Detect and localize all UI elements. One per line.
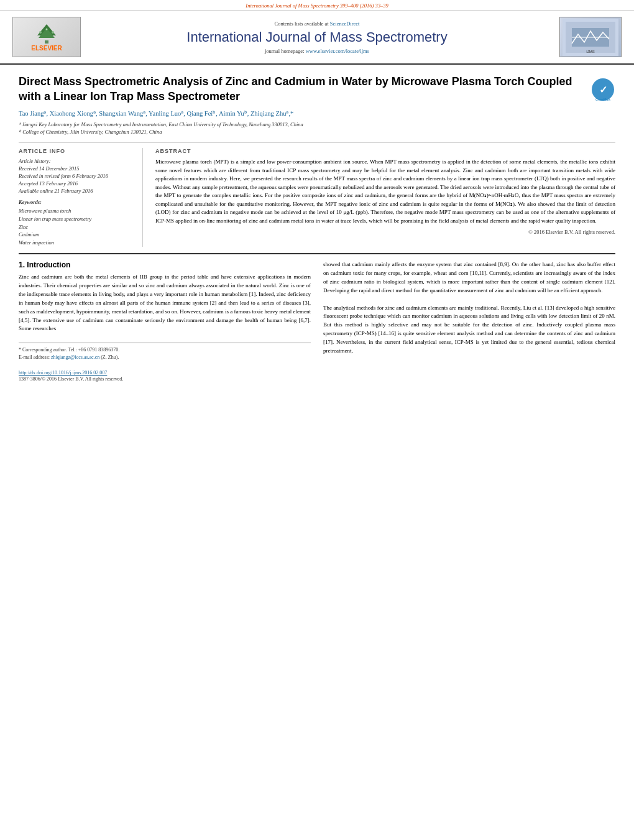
authors-line: Tao Jiangᵃ, Xiaohong Xiongᵃ, Shangxian W…: [19, 109, 615, 119]
svg-text:CrossMark: CrossMark: [595, 98, 611, 101]
keyword-2: Linear ion trap mass spectrometry: [19, 215, 133, 223]
journal-title: International Journal of Mass Spectromet…: [87, 29, 547, 45]
journal-logo-image: IJMS: [559, 17, 622, 57]
svg-rect-0: [45, 40, 48, 44]
elsevier-logo: ELSEVIER: [12, 17, 81, 57]
footnote-star: * Corresponding author. Tel.: +86 0791 8…: [19, 346, 311, 354]
article-title: Direct Mass Spectrometric Analysis of Zi…: [19, 74, 584, 104]
divider-1: [19, 142, 615, 143]
received-date: Received 14 December 2015: [19, 165, 133, 172]
svg-text:IJMS: IJMS: [586, 50, 595, 53]
article-info-heading: ARTICLE INFO: [19, 148, 133, 154]
svg-point-4: [52, 31, 54, 34]
footnote-email-link[interactable]: zhiqiangz@iccs.as.ac.cn: [51, 354, 99, 360]
affiliation-a: ᵃ Jiangxi Key Laboratory for Mass Spectr…: [19, 121, 615, 129]
doi-link[interactable]: http://dx.doi.org/10.1016/j.ijms.2016.02…: [19, 370, 107, 376]
bottom-divider: [19, 253, 615, 254]
keyword-4: Cadmium: [19, 231, 133, 239]
intro-right-column: showed that cadmium mainly affects the e…: [323, 261, 615, 384]
keyword-5: Water inspection: [19, 239, 133, 247]
intro-right-text: showed that cadmium mainly affects the e…: [323, 261, 615, 356]
introduction-section: 1. Introduction Zinc and cadmium are bot…: [19, 261, 615, 384]
affiliations: ᵃ Jiangxi Key Laboratory for Mass Spectr…: [19, 121, 615, 136]
header-section: ELSEVIER Contents lists available at Sci…: [0, 11, 634, 65]
footnote-area: * Corresponding author. Tel.: +86 0791 8…: [19, 343, 311, 383]
copyright-line: © 2016 Elsevier B.V. All rights reserved…: [155, 229, 615, 235]
svg-text:✓: ✓: [599, 85, 607, 95]
accepted-date: Accepted 13 February 2016: [19, 180, 133, 187]
available-online-date: Available online 21 February 2016: [19, 188, 133, 194]
abstract-text: Microwave plasma torch (MPT) is a simple…: [155, 158, 615, 225]
elsevier-brand-text: ELSEVIER: [31, 45, 62, 52]
elsevier-logo-container: ELSEVIER: [12, 17, 87, 57]
crossmark-logo: ✓ CrossMark: [590, 77, 615, 102]
blank-line: [19, 361, 311, 369]
article-content: Direct Mass Spectrometric Analysis of Zi…: [0, 65, 634, 392]
keywords-heading: Keywords:: [19, 199, 133, 205]
abstract-heading: ABSTRACT: [155, 148, 615, 154]
footnote-email-label: E-mail address:: [19, 354, 50, 360]
homepage-link[interactable]: www.elsevier.com/locate/ijms: [306, 48, 369, 54]
right-logo-container: IJMS: [547, 17, 622, 57]
keyword-1: Microwave plasma torch: [19, 207, 133, 215]
affiliation-b: ᵇ College of Chemistry, Jilin University…: [19, 129, 615, 136]
title-section: Direct Mass Spectrometric Analysis of Zi…: [19, 74, 615, 104]
intro-heading: 1. Introduction: [19, 261, 311, 269]
keyword-3: Zinc: [19, 223, 133, 231]
svg-point-3: [39, 31, 42, 34]
received-revised-date: Received in revised form 6 February 2016: [19, 173, 133, 179]
keywords-list: Microwave plasma torch Linear ion trap m…: [19, 207, 133, 247]
crossmark-icon: ✓ CrossMark: [590, 77, 615, 102]
footnote-email-line: E-mail address: zhiqiangz@iccs.as.ac.cn …: [19, 354, 311, 361]
contents-line: Contents lists available at ScienceDirec…: [87, 21, 547, 27]
article-info-abstract: ARTICLE INFO Article history: Received 1…: [19, 148, 615, 247]
journal-top-bar: International Journal of Mass Spectromet…: [0, 0, 634, 11]
sciencedirect-link[interactable]: ScienceDirect: [330, 21, 360, 27]
svg-point-5: [46, 28, 48, 30]
elsevier-tree-icon: [31, 23, 62, 45]
intro-left-column: 1. Introduction Zinc and cadmium are bot…: [19, 261, 311, 384]
journal-reference: International Journal of Mass Spectromet…: [0, 2, 634, 9]
intro-left-text: Zinc and cadmium are both the metal elem…: [19, 273, 311, 334]
article-info-column: ARTICLE INFO Article history: Received 1…: [19, 148, 143, 247]
journal-logo-icon: IJMS: [563, 19, 618, 56]
article-history-label: Article history:: [19, 158, 133, 164]
footnote-email-name: (Z. Zhu).: [101, 354, 119, 360]
issn-text: 1387-3806/© 2016 Elsevier B.V. All right…: [19, 376, 311, 383]
homepage-line: journal homepage: www.elsevier.com/locat…: [87, 48, 547, 54]
header-center: Contents lists available at ScienceDirec…: [87, 21, 547, 54]
abstract-column: ABSTRACT Microwave plasma torch (MPT) is…: [155, 148, 615, 247]
